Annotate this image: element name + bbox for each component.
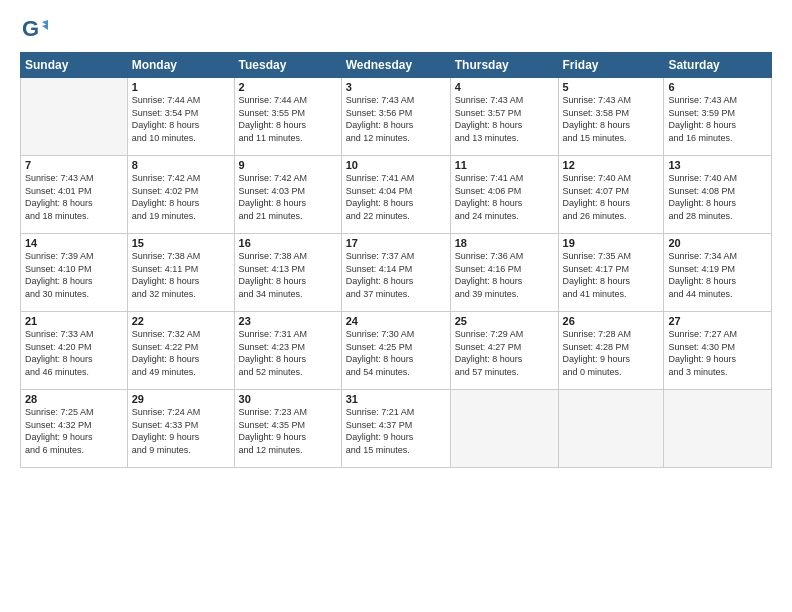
- day-info: Sunrise: 7:38 AM Sunset: 4:13 PM Dayligh…: [239, 250, 337, 300]
- day-number: 4: [455, 81, 554, 93]
- day-info: Sunrise: 7:23 AM Sunset: 4:35 PM Dayligh…: [239, 406, 337, 456]
- day-number: 27: [668, 315, 767, 327]
- day-info: Sunrise: 7:41 AM Sunset: 4:06 PM Dayligh…: [455, 172, 554, 222]
- calendar-day-cell: 24Sunrise: 7:30 AM Sunset: 4:25 PM Dayli…: [341, 312, 450, 390]
- calendar-day-cell: 31Sunrise: 7:21 AM Sunset: 4:37 PM Dayli…: [341, 390, 450, 468]
- svg-marker-2: [42, 24, 48, 30]
- day-info: Sunrise: 7:43 AM Sunset: 3:57 PM Dayligh…: [455, 94, 554, 144]
- calendar-day-cell: 3Sunrise: 7:43 AM Sunset: 3:56 PM Daylig…: [341, 78, 450, 156]
- day-info: Sunrise: 7:36 AM Sunset: 4:16 PM Dayligh…: [455, 250, 554, 300]
- header: G: [20, 16, 772, 44]
- svg-text:G: G: [22, 16, 39, 41]
- day-info: Sunrise: 7:35 AM Sunset: 4:17 PM Dayligh…: [563, 250, 660, 300]
- day-number: 11: [455, 159, 554, 171]
- day-number: 12: [563, 159, 660, 171]
- logo: G: [20, 16, 50, 44]
- day-number: 8: [132, 159, 230, 171]
- calendar-day-cell: [21, 78, 128, 156]
- calendar-day-cell: 28Sunrise: 7:25 AM Sunset: 4:32 PM Dayli…: [21, 390, 128, 468]
- day-number: 16: [239, 237, 337, 249]
- day-number: 3: [346, 81, 446, 93]
- day-info: Sunrise: 7:32 AM Sunset: 4:22 PM Dayligh…: [132, 328, 230, 378]
- day-header-monday: Monday: [127, 53, 234, 78]
- day-header-wednesday: Wednesday: [341, 53, 450, 78]
- calendar-day-cell: 21Sunrise: 7:33 AM Sunset: 4:20 PM Dayli…: [21, 312, 128, 390]
- day-info: Sunrise: 7:33 AM Sunset: 4:20 PM Dayligh…: [25, 328, 123, 378]
- calendar-week-row: 14Sunrise: 7:39 AM Sunset: 4:10 PM Dayli…: [21, 234, 772, 312]
- page: G SundayMondayTuesdayWednesdayThursdayFr…: [0, 0, 792, 612]
- calendar-day-cell: 14Sunrise: 7:39 AM Sunset: 4:10 PM Dayli…: [21, 234, 128, 312]
- day-info: Sunrise: 7:42 AM Sunset: 4:03 PM Dayligh…: [239, 172, 337, 222]
- calendar-day-cell: 13Sunrise: 7:40 AM Sunset: 4:08 PM Dayli…: [664, 156, 772, 234]
- day-number: 13: [668, 159, 767, 171]
- day-info: Sunrise: 7:37 AM Sunset: 4:14 PM Dayligh…: [346, 250, 446, 300]
- day-number: 24: [346, 315, 446, 327]
- day-number: 9: [239, 159, 337, 171]
- calendar-header-row: SundayMondayTuesdayWednesdayThursdayFrid…: [21, 53, 772, 78]
- day-number: 19: [563, 237, 660, 249]
- calendar-day-cell: 2Sunrise: 7:44 AM Sunset: 3:55 PM Daylig…: [234, 78, 341, 156]
- day-number: 30: [239, 393, 337, 405]
- calendar-day-cell: 8Sunrise: 7:42 AM Sunset: 4:02 PM Daylig…: [127, 156, 234, 234]
- calendar-day-cell: [450, 390, 558, 468]
- day-info: Sunrise: 7:43 AM Sunset: 3:59 PM Dayligh…: [668, 94, 767, 144]
- day-header-saturday: Saturday: [664, 53, 772, 78]
- day-info: Sunrise: 7:43 AM Sunset: 3:58 PM Dayligh…: [563, 94, 660, 144]
- calendar-week-row: 21Sunrise: 7:33 AM Sunset: 4:20 PM Dayli…: [21, 312, 772, 390]
- calendar-week-row: 28Sunrise: 7:25 AM Sunset: 4:32 PM Dayli…: [21, 390, 772, 468]
- day-number: 1: [132, 81, 230, 93]
- calendar-day-cell: 4Sunrise: 7:43 AM Sunset: 3:57 PM Daylig…: [450, 78, 558, 156]
- day-number: 25: [455, 315, 554, 327]
- day-header-tuesday: Tuesday: [234, 53, 341, 78]
- day-info: Sunrise: 7:38 AM Sunset: 4:11 PM Dayligh…: [132, 250, 230, 300]
- calendar-day-cell: 19Sunrise: 7:35 AM Sunset: 4:17 PM Dayli…: [558, 234, 664, 312]
- day-info: Sunrise: 7:24 AM Sunset: 4:33 PM Dayligh…: [132, 406, 230, 456]
- calendar-day-cell: [664, 390, 772, 468]
- day-number: 21: [25, 315, 123, 327]
- day-number: 18: [455, 237, 554, 249]
- day-info: Sunrise: 7:43 AM Sunset: 3:56 PM Dayligh…: [346, 94, 446, 144]
- day-number: 20: [668, 237, 767, 249]
- calendar-day-cell: 10Sunrise: 7:41 AM Sunset: 4:04 PM Dayli…: [341, 156, 450, 234]
- day-number: 7: [25, 159, 123, 171]
- day-info: Sunrise: 7:40 AM Sunset: 4:08 PM Dayligh…: [668, 172, 767, 222]
- day-number: 26: [563, 315, 660, 327]
- day-header-thursday: Thursday: [450, 53, 558, 78]
- calendar-day-cell: 25Sunrise: 7:29 AM Sunset: 4:27 PM Dayli…: [450, 312, 558, 390]
- calendar-day-cell: 11Sunrise: 7:41 AM Sunset: 4:06 PM Dayli…: [450, 156, 558, 234]
- day-number: 17: [346, 237, 446, 249]
- day-info: Sunrise: 7:44 AM Sunset: 3:54 PM Dayligh…: [132, 94, 230, 144]
- day-number: 15: [132, 237, 230, 249]
- day-header-sunday: Sunday: [21, 53, 128, 78]
- calendar-day-cell: 22Sunrise: 7:32 AM Sunset: 4:22 PM Dayli…: [127, 312, 234, 390]
- day-header-friday: Friday: [558, 53, 664, 78]
- calendar-day-cell: 9Sunrise: 7:42 AM Sunset: 4:03 PM Daylig…: [234, 156, 341, 234]
- calendar-day-cell: 29Sunrise: 7:24 AM Sunset: 4:33 PM Dayli…: [127, 390, 234, 468]
- day-info: Sunrise: 7:25 AM Sunset: 4:32 PM Dayligh…: [25, 406, 123, 456]
- calendar-day-cell: 26Sunrise: 7:28 AM Sunset: 4:28 PM Dayli…: [558, 312, 664, 390]
- calendar-day-cell: 16Sunrise: 7:38 AM Sunset: 4:13 PM Dayli…: [234, 234, 341, 312]
- day-number: 6: [668, 81, 767, 93]
- day-info: Sunrise: 7:30 AM Sunset: 4:25 PM Dayligh…: [346, 328, 446, 378]
- calendar-day-cell: 27Sunrise: 7:27 AM Sunset: 4:30 PM Dayli…: [664, 312, 772, 390]
- day-info: Sunrise: 7:40 AM Sunset: 4:07 PM Dayligh…: [563, 172, 660, 222]
- day-number: 31: [346, 393, 446, 405]
- calendar-day-cell: 18Sunrise: 7:36 AM Sunset: 4:16 PM Dayli…: [450, 234, 558, 312]
- calendar-day-cell: 23Sunrise: 7:31 AM Sunset: 4:23 PM Dayli…: [234, 312, 341, 390]
- logo-icon: G: [20, 16, 48, 44]
- day-info: Sunrise: 7:41 AM Sunset: 4:04 PM Dayligh…: [346, 172, 446, 222]
- calendar-day-cell: 1Sunrise: 7:44 AM Sunset: 3:54 PM Daylig…: [127, 78, 234, 156]
- day-info: Sunrise: 7:34 AM Sunset: 4:19 PM Dayligh…: [668, 250, 767, 300]
- calendar-week-row: 7Sunrise: 7:43 AM Sunset: 4:01 PM Daylig…: [21, 156, 772, 234]
- day-number: 10: [346, 159, 446, 171]
- calendar-day-cell: 6Sunrise: 7:43 AM Sunset: 3:59 PM Daylig…: [664, 78, 772, 156]
- day-number: 5: [563, 81, 660, 93]
- calendar-day-cell: 17Sunrise: 7:37 AM Sunset: 4:14 PM Dayli…: [341, 234, 450, 312]
- day-info: Sunrise: 7:28 AM Sunset: 4:28 PM Dayligh…: [563, 328, 660, 378]
- day-info: Sunrise: 7:27 AM Sunset: 4:30 PM Dayligh…: [668, 328, 767, 378]
- calendar-day-cell: 7Sunrise: 7:43 AM Sunset: 4:01 PM Daylig…: [21, 156, 128, 234]
- calendar-table: SundayMondayTuesdayWednesdayThursdayFrid…: [20, 52, 772, 468]
- day-number: 28: [25, 393, 123, 405]
- day-number: 14: [25, 237, 123, 249]
- calendar-day-cell: 15Sunrise: 7:38 AM Sunset: 4:11 PM Dayli…: [127, 234, 234, 312]
